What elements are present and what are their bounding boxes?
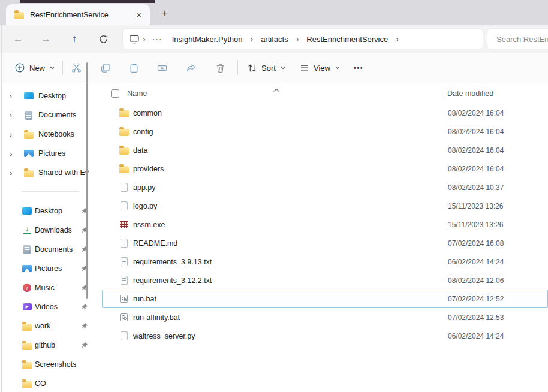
- sidebar-item[interactable]: work: [2, 316, 96, 336]
- sidebar-item-icon: [22, 381, 32, 388]
- sidebar-item[interactable]: › Documents: [2, 105, 96, 125]
- file-row[interactable]: README.md 07/02/2024 16:08: [102, 234, 548, 252]
- chevron-right-icon[interactable]: ›: [10, 111, 18, 120]
- chevron-right-icon[interactable]: ›: [10, 168, 18, 177]
- file-date-modified: 07/02/2024 12:53: [448, 313, 504, 322]
- sidebar-item[interactable]: Documents: [2, 240, 96, 259]
- sidebar-item[interactable]: Desktop: [2, 201, 96, 221]
- file-row[interactable]: config 08/02/2024 16:04: [102, 122, 548, 141]
- paste-button[interactable]: [129, 53, 139, 83]
- file-name: logo.py: [133, 202, 157, 210]
- file-type-icon: [121, 239, 128, 248]
- tab-bar: RestEnrichmentService × +: [0, 0, 548, 25]
- breadcrumb-segment[interactable]: InsightMaker.Python: [167, 33, 248, 46]
- file-type-icon: [121, 183, 128, 192]
- back-icon[interactable]: ←: [8, 29, 28, 49]
- address-bar[interactable]: › ··· InsightMaker.Python › artifacts › …: [123, 29, 483, 49]
- navigation-pane: › Desktop › Documents › Notebooks: [2, 83, 96, 392]
- file-row[interactable]: app.py 08/02/2024 10:37: [102, 178, 548, 197]
- sidebar-item-icon: [23, 284, 31, 292]
- file-row[interactable]: waitress_server.py 06/02/2024 14:24: [102, 327, 548, 345]
- sidebar-item-label: Desktop: [38, 92, 66, 100]
- sidebar-item[interactable]: › Notebooks: [2, 125, 96, 144]
- sidebar-item-icon: [24, 170, 34, 177]
- close-tab-icon[interactable]: ×: [132, 8, 146, 22]
- breadcrumb-segment[interactable]: RestEnrichmentService: [302, 33, 393, 46]
- sidebar-item-icon: [23, 226, 31, 234]
- file-row[interactable]: common 08/02/2024 16:04: [102, 104, 548, 122]
- sidebar-item[interactable]: › Shared with Ev: [2, 163, 96, 182]
- rename-button[interactable]: A: [157, 53, 167, 83]
- copy-button[interactable]: [100, 53, 110, 83]
- file-date-modified: 06/02/2024 14:24: [448, 332, 504, 340]
- file-row[interactable]: requirements_3.12.2.txt 08/02/2024 12:06: [102, 271, 548, 290]
- sidebar-item-label: CO: [35, 379, 46, 388]
- sidebar-item[interactable]: Pictures: [2, 259, 96, 278]
- chevron-right-icon[interactable]: ›: [10, 130, 18, 139]
- pin-icon: [80, 303, 88, 311]
- file-type-icon: [121, 257, 128, 266]
- date-modified-column-header[interactable]: Date modified: [447, 89, 493, 98]
- file-type-icon: [121, 276, 128, 285]
- select-all-checkbox[interactable]: [111, 89, 119, 98]
- sidebar-item-icon: [24, 150, 34, 157]
- file-row[interactable]: logo.py 15/11/2023 13:26: [102, 197, 548, 215]
- sidebar-item-label: Videos: [35, 303, 58, 311]
- file-name: config: [133, 128, 153, 136]
- file-date-modified: 08/02/2024 12:06: [448, 276, 504, 285]
- sidebar-item-label: Pictures: [35, 264, 62, 273]
- file-list: common 08/02/2024 16:04 config 08/02/202…: [102, 104, 548, 345]
- sort-button[interactable]: Sort: [247, 53, 286, 83]
- trash-icon: [215, 63, 225, 73]
- toolbar-separator: [237, 61, 238, 75]
- file-name: data: [133, 146, 147, 155]
- column-divider[interactable]: [444, 89, 444, 99]
- column-header-row: Name Date modified: [96, 83, 548, 104]
- chevron-right-icon[interactable]: ›: [10, 92, 18, 101]
- file-row[interactable]: requirements_3.9.13.txt 06/02/2024 14:24: [102, 252, 548, 271]
- sidebar-item[interactable]: CO: [2, 374, 96, 392]
- sidebar-item[interactable]: Downloads: [2, 221, 96, 240]
- file-type-icon: [119, 129, 129, 136]
- view-button[interactable]: View: [300, 53, 341, 83]
- sidebar-item[interactable]: Screenshots: [2, 355, 96, 374]
- breadcrumb-segment[interactable]: artifacts: [256, 33, 293, 46]
- this-pc-icon[interactable]: [129, 34, 140, 44]
- sidebar-item[interactable]: Music: [2, 278, 96, 297]
- new-button[interactable]: New: [14, 53, 55, 83]
- up-icon[interactable]: ↑: [64, 29, 85, 49]
- cut-button[interactable]: [71, 53, 82, 83]
- refresh-icon[interactable]: [93, 29, 113, 49]
- more-options-button[interactable]: •••: [354, 53, 364, 83]
- new-tab-button[interactable]: +: [156, 5, 173, 21]
- file-name: app.py: [133, 183, 156, 192]
- file-row[interactable]: providers 08/02/2024 16:04: [102, 159, 548, 178]
- sidebar-scrollbar[interactable]: [86, 62, 88, 299]
- tab-title: RestEnrichmentService: [30, 11, 132, 19]
- delete-button[interactable]: [215, 53, 225, 83]
- sidebar-item[interactable]: Videos: [2, 297, 96, 316]
- sidebar-item[interactable]: › Pictures: [2, 144, 96, 163]
- file-date-modified: 08/02/2024 16:04: [448, 109, 504, 117]
- breadcrumb-overflow-button[interactable]: ···: [149, 34, 166, 44]
- sidebar-item-label: Desktop: [35, 207, 62, 215]
- sidebar-item[interactable]: github: [2, 336, 96, 355]
- sidebar-item[interactable]: › Desktop: [2, 86, 96, 105]
- pin-icon: [80, 342, 88, 349]
- share-button[interactable]: [186, 53, 196, 83]
- share-icon: [186, 63, 196, 73]
- file-row[interactable]: run.bat 07/02/2024 12:52: [102, 290, 548, 308]
- file-row[interactable]: run-affinity.bat 07/02/2024 12:53: [102, 308, 548, 327]
- sidebar-item-label: Documents: [38, 111, 76, 119]
- file-date-modified: 08/02/2024 10:37: [448, 183, 504, 192]
- pin-icon: [80, 322, 88, 330]
- file-row[interactable]: data 08/02/2024 16:04: [102, 141, 548, 159]
- sidebar-item-icon: [22, 207, 32, 215]
- file-type-icon: [120, 221, 128, 228]
- forward-icon[interactable]: →: [36, 29, 56, 49]
- search-input[interactable]: [487, 29, 548, 49]
- explorer-tab[interactable]: RestEnrichmentService ×: [6, 4, 150, 25]
- chevron-right-icon[interactable]: ›: [10, 149, 18, 158]
- file-row[interactable]: nssm.exe 15/11/2023 13:26: [102, 215, 548, 234]
- name-column-header[interactable]: Name: [127, 89, 147, 98]
